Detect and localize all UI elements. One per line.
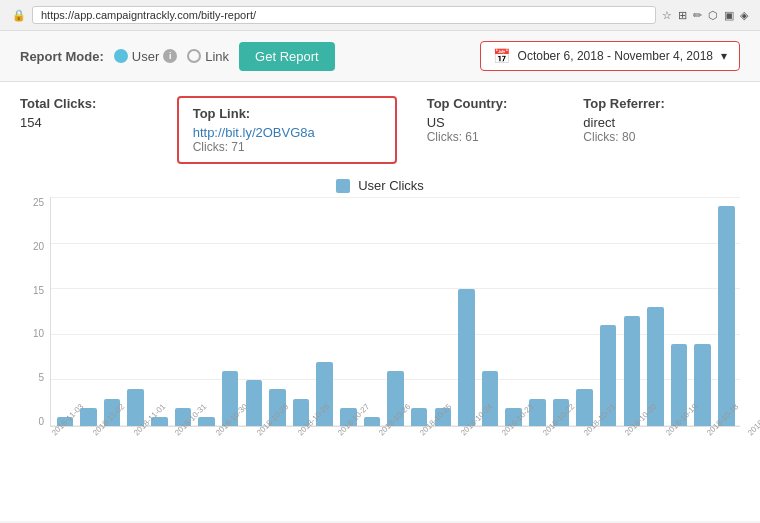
top-link-label: Top Link: xyxy=(193,106,381,121)
user-info-icon: i xyxy=(163,49,177,63)
top-country-block: Top Country: US Clicks: 61 xyxy=(397,96,584,144)
link-mode-option[interactable]: Link xyxy=(187,49,229,64)
bar-group xyxy=(455,197,479,426)
bar xyxy=(718,206,735,426)
chart-section: User Clicks 0510152025 2018-11-032018-11… xyxy=(0,178,760,467)
page-content: Report Mode: User i Link Get Report 📅 Oc… xyxy=(0,31,760,521)
bar-group xyxy=(715,197,739,426)
bar-group xyxy=(289,197,313,426)
bar-group xyxy=(596,197,620,426)
bar xyxy=(246,380,263,426)
bar-group xyxy=(337,197,361,426)
bar xyxy=(694,344,711,426)
bar-group xyxy=(195,197,219,426)
bar-group xyxy=(313,197,337,426)
bar-group xyxy=(171,197,195,426)
ext-icon2[interactable]: ◈ xyxy=(740,9,748,22)
user-mode-option[interactable]: User i xyxy=(114,49,177,64)
bar-group xyxy=(644,197,668,426)
bar-group xyxy=(124,197,148,426)
chart-area xyxy=(50,197,740,427)
url-bar[interactable]: https://app.campaigntrackly.com/bitly-re… xyxy=(32,6,656,24)
top-link-clicks: Clicks: 71 xyxy=(193,140,381,154)
top-referrer-block: Top Referrer: direct Clicks: 80 xyxy=(583,96,740,144)
bar-group xyxy=(242,197,266,426)
bar xyxy=(576,389,593,426)
bar-group xyxy=(407,197,431,426)
total-clicks-block: Total Clicks: 154 xyxy=(20,96,177,130)
total-clicks-label: Total Clicks: xyxy=(20,96,177,111)
bar-group xyxy=(431,197,455,426)
date-range-label: October 6, 2018 - November 4, 2018 xyxy=(518,49,713,63)
toolbar: Report Mode: User i Link Get Report 📅 Oc… xyxy=(0,31,760,82)
bar-group xyxy=(478,197,502,426)
bar-group xyxy=(360,197,384,426)
badge-icon[interactable]: ⬡ xyxy=(708,9,718,22)
total-clicks-value: 154 xyxy=(20,115,177,130)
user-radio[interactable] xyxy=(114,49,128,63)
chart-title-area: User Clicks xyxy=(20,178,740,193)
bar-group xyxy=(549,197,573,426)
bar xyxy=(624,316,641,426)
date-range-button[interactable]: 📅 October 6, 2018 - November 4, 2018 ▾ xyxy=(480,41,740,71)
bar-group xyxy=(620,197,644,426)
link-label: Link xyxy=(205,49,229,64)
stats-row: Total Clicks: 154 Top Link: http://bit.l… xyxy=(0,82,760,178)
bar-group xyxy=(691,197,715,426)
browser-bar: 🔒 https://app.campaigntrackly.com/bitly-… xyxy=(0,0,760,31)
top-referrer-value: direct xyxy=(583,115,740,130)
top-referrer-label: Top Referrer: xyxy=(583,96,740,111)
legend-dot xyxy=(336,179,350,193)
bar-group xyxy=(384,197,408,426)
bar xyxy=(529,399,546,426)
report-mode-label: Report Mode: xyxy=(20,49,104,64)
top-link-block: Top Link: http://bit.ly/2OBVG8a Clicks: … xyxy=(177,96,397,164)
top-referrer-clicks: Clicks: 80 xyxy=(583,130,740,144)
star-icon[interactable]: ☆ xyxy=(662,9,672,22)
bar-group xyxy=(667,197,691,426)
x-labels: 2018-11-032018-11-022018-11-012018-10-31… xyxy=(50,429,740,457)
dropdown-arrow-icon: ▾ xyxy=(721,49,727,63)
bar xyxy=(458,289,475,426)
link-radio[interactable] xyxy=(187,49,201,63)
edit-icon[interactable]: ✏ xyxy=(693,9,702,22)
top-link-url[interactable]: http://bit.ly/2OBVG8a xyxy=(193,125,381,140)
toolbar-left: Report Mode: User i Link Get Report xyxy=(20,42,335,71)
top-country-label: Top Country: xyxy=(427,96,584,111)
user-label: User xyxy=(132,49,159,64)
chart-y-axis: 0510152025 xyxy=(20,197,48,427)
bar-group xyxy=(502,197,526,426)
chart-container: 0510152025 2018-11-032018-11-022018-11-0… xyxy=(20,197,740,457)
browser-icons: ☆ ⊞ ✏ ⬡ ▣ ◈ xyxy=(662,9,748,22)
bar xyxy=(198,417,215,426)
bars-wrapper xyxy=(51,197,740,426)
bar xyxy=(364,417,381,426)
bar-group xyxy=(77,197,101,426)
top-country-value: US xyxy=(427,115,584,130)
chart-title: User Clicks xyxy=(358,178,424,193)
bar-group xyxy=(526,197,550,426)
bar-group xyxy=(266,197,290,426)
calendar-icon: 📅 xyxy=(493,48,510,64)
bar-group xyxy=(218,197,242,426)
top-country-clicks: Clicks: 61 xyxy=(427,130,584,144)
bar-group xyxy=(53,197,77,426)
stack-icon[interactable]: ⊞ xyxy=(678,9,687,22)
bar-group xyxy=(573,197,597,426)
bar-group xyxy=(100,197,124,426)
lock-icon: 🔒 xyxy=(12,9,26,22)
x-label: 2018-10-17 xyxy=(746,402,760,437)
get-report-button[interactable]: Get Report xyxy=(239,42,335,71)
ext-icon1[interactable]: ▣ xyxy=(724,9,734,22)
bar-group xyxy=(148,197,172,426)
